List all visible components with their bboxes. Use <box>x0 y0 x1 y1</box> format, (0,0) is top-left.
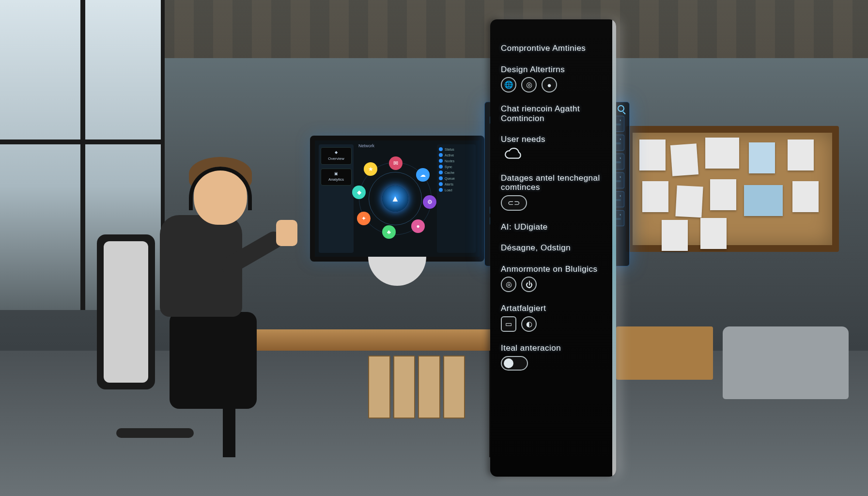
orbit-node[interactable]: ● <box>411 219 425 233</box>
kiosk-item-title: Design Altertirns <box>501 65 605 75</box>
kiosk-item[interactable]: Datages antel tenchegnal comtinces ⊂⊃ <box>501 173 605 211</box>
kiosk-item[interactable]: Chat riencoin Agatht Comtincion <box>501 104 605 123</box>
orbit-node[interactable]: ✉ <box>389 156 403 170</box>
person <box>121 147 266 389</box>
sofa <box>723 326 849 399</box>
orbit-node[interactable]: ★ <box>364 162 377 176</box>
kiosk-item-title: Désagne, Odstign <box>501 243 605 253</box>
kiosk-item[interactable]: AI: UDigiate <box>501 222 605 232</box>
panel-block-analytics[interactable]: ▣ Analytics <box>321 169 352 186</box>
chat-icon[interactable]: ▭ <box>501 316 516 332</box>
kiosk-item-title: User needs <box>501 135 605 144</box>
panel-row[interactable]: Status <box>439 147 474 151</box>
power-icon[interactable]: ⏻ <box>521 277 537 292</box>
search-icon[interactable] <box>618 105 624 112</box>
kiosk-item-title: Anmormonte on Bluligics <box>501 264 605 274</box>
primary-monitor: Network ◆ Overview ▣ Analytics ▲ ✉ ☁ ⚙ ●… <box>310 136 484 262</box>
kiosk-item-title: Iteal anteracion <box>501 343 605 353</box>
panel-row[interactable]: Active <box>439 153 474 157</box>
kiosk-item-title: Comprontive Amtinies <box>501 44 605 53</box>
panel-block-overview[interactable]: ◆ Overview <box>321 147 352 165</box>
panel-block-label: Overview <box>328 157 344 161</box>
target-icon[interactable]: ◎ <box>501 277 516 292</box>
side-table <box>616 326 713 380</box>
kiosk-item[interactable]: User needs <box>501 135 605 162</box>
panel-row[interactable]: Load <box>439 188 474 192</box>
view-icon[interactable]: ◐ <box>521 316 537 332</box>
panel-row[interactable]: Nodes <box>439 159 474 163</box>
orbit-core-icon[interactable]: ▲ <box>382 186 408 212</box>
kiosk-item[interactable]: Artatfalgiert ▭ ◐ <box>501 304 605 332</box>
kiosk-item[interactable]: Iteal anteracion <box>501 343 605 371</box>
kiosk-item[interactable]: Désagne, Odstign <box>501 243 605 253</box>
pill-icon[interactable]: ⊂⊃ <box>501 195 527 211</box>
chevron-right-icon: › <box>620 156 621 160</box>
orbit-node[interactable]: ✦ <box>357 212 371 225</box>
orbit-node[interactable]: ⚙ <box>423 195 436 209</box>
monitor1-orbit-view: ▲ ✉ ☁ ⚙ ● ♣ ✦ ◆ ★ <box>354 144 437 253</box>
dot-icon[interactable]: ● <box>542 77 557 93</box>
panel-row[interactable]: Sync <box>439 165 474 169</box>
file-binders <box>368 356 465 418</box>
kiosk-item-title: Chat riencoin Agatht Comtincion <box>501 104 605 123</box>
corkboard <box>626 126 839 252</box>
panel-row[interactable]: Cache <box>439 170 474 174</box>
chevron-right-icon: › <box>620 175 621 179</box>
globe-icon[interactable]: 🌐 <box>501 77 516 93</box>
kiosk-item-title: Artatfalgiert <box>501 304 605 313</box>
panel-row[interactable]: Alerts <box>439 182 474 186</box>
toggle-icon[interactable] <box>501 356 528 371</box>
monitor1-right-panel: Status Active Nodes Sync Cache Queue Ale… <box>437 144 476 253</box>
diamond-icon: ◆ <box>335 151 338 155</box>
kiosk-item[interactable]: Design Altertirns 🌐 ◎ ● <box>501 65 605 93</box>
chevron-right-icon: › <box>620 118 621 123</box>
monitor1-left-panel: ◆ Overview ▣ Analytics <box>319 144 354 253</box>
orbit-node[interactable]: ☁ <box>416 168 430 182</box>
panel-row[interactable]: Queue <box>439 176 474 180</box>
orbit-node[interactable]: ◆ <box>352 186 366 199</box>
kiosk-item-title: Datages antel tenchegnal comtinces <box>501 173 605 192</box>
panel-block-label: Analytics <box>328 178 344 182</box>
kiosk-item[interactable]: Comprontive Amtinies <box>501 44 605 53</box>
kiosk-item[interactable]: Anmormonte on Bluligics ◎ ⏻ <box>501 264 605 293</box>
kiosk-item-title: AI: UDigiate <box>501 222 605 232</box>
chevron-right-icon: › <box>620 194 621 198</box>
chevron-right-icon: › <box>620 137 621 141</box>
vertical-signage: Comprontive Amtinies Design Altertirns 🌐… <box>490 19 616 477</box>
orbit-node[interactable]: ♣ <box>382 225 396 239</box>
chevron-right-icon: › <box>620 213 621 217</box>
grid-icon: ▣ <box>334 172 338 176</box>
cloud-icon[interactable] <box>501 147 525 162</box>
ring-icon[interactable]: ◎ <box>521 77 537 93</box>
